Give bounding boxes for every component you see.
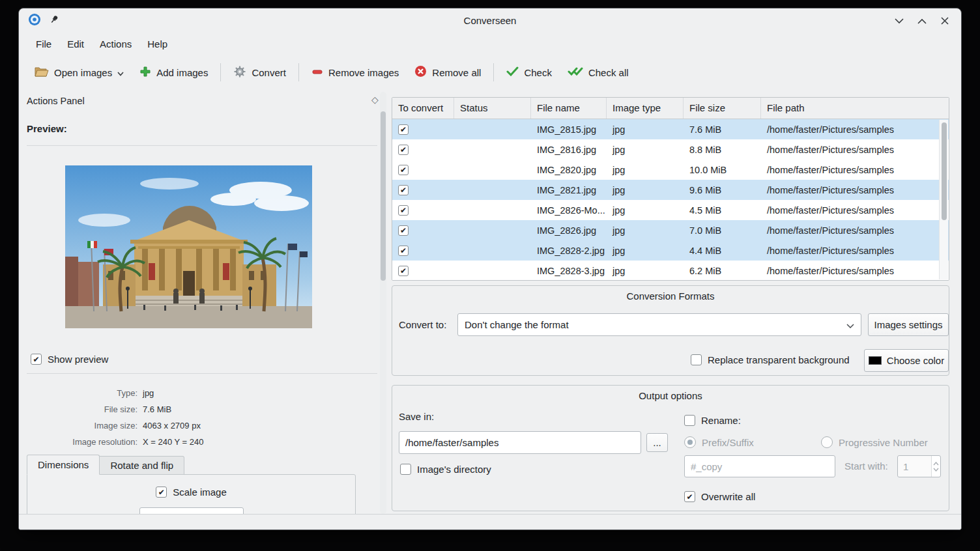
panel-scrollbar[interactable] <box>380 92 386 514</box>
progressive-number-radio[interactable]: Progressive Number <box>821 436 928 448</box>
checkbox-box[interactable] <box>400 464 411 475</box>
rename-checkbox[interactable]: Rename: <box>684 415 741 426</box>
scrollbar-thumb[interactable] <box>942 122 947 220</box>
scale-value-field[interactable] <box>139 507 244 514</box>
radio-button[interactable] <box>821 436 833 448</box>
dock-float-icon[interactable]: ◇ <box>371 94 379 105</box>
open-images-button[interactable]: Open images <box>27 61 132 85</box>
remove-all-label: Remove all <box>432 67 481 78</box>
prefix-suffix-radio[interactable]: Prefix/Suffix <box>684 436 754 448</box>
chevron-down-icon <box>933 468 939 472</box>
spinner-value[interactable] <box>898 456 931 477</box>
row-convert-checkbox[interactable]: ✔ <box>392 165 454 175</box>
row-convert-checkbox[interactable]: ✔ <box>392 145 454 155</box>
add-images-button[interactable]: Add images <box>132 61 216 85</box>
check-glyph-icon: ✔ <box>400 267 407 275</box>
column-header-status[interactable]: Status <box>454 98 531 119</box>
table-row[interactable]: ✔IMG_2821.jpgjpg9.6 MiB/home/faster/Pict… <box>392 180 949 200</box>
table-scrollbar[interactable] <box>939 120 948 279</box>
menu-actions[interactable]: Actions <box>92 33 139 55</box>
convert-checkbox[interactable]: ✔ <box>398 185 409 195</box>
checkbox-box[interactable] <box>684 415 695 426</box>
images-directory-checkbox[interactable]: Image's directory <box>400 464 491 475</box>
column-header-to-convert[interactable]: To convert <box>392 98 454 119</box>
start-with-spinner[interactable] <box>897 455 941 477</box>
actions-panel-header[interactable]: Actions Panel ◇ <box>22 92 388 111</box>
remove-images-button[interactable]: Remove images <box>304 61 407 85</box>
convert-checkbox[interactable]: ✔ <box>398 205 409 216</box>
start-with-label: Start with: <box>844 460 888 473</box>
checkbox-box[interactable] <box>691 354 702 365</box>
rename-label: Rename: <box>701 415 741 426</box>
maximize-icon[interactable] <box>916 15 928 27</box>
row-file-name: IMG_2820.jpg <box>531 165 607 175</box>
replace-transparent-checkbox[interactable]: Replace transparent background <box>691 354 850 365</box>
toolbar-separator <box>493 63 494 81</box>
file-table: To convert Status File name Image type F… <box>392 97 949 281</box>
convert-button[interactable]: Convert <box>225 60 294 85</box>
row-convert-checkbox[interactable]: ✔ <box>392 266 454 276</box>
rename-pattern-input[interactable] <box>684 455 835 477</box>
check-all-button[interactable]: Check all <box>560 61 637 83</box>
radio-button[interactable] <box>684 436 696 448</box>
convert-checkbox[interactable]: ✔ <box>398 145 409 155</box>
progressive-number-label: Progressive Number <box>839 437 928 448</box>
check-button[interactable]: Check <box>498 61 560 83</box>
convert-checkbox[interactable]: ✔ <box>398 266 409 276</box>
convert-checkbox[interactable]: ✔ <box>398 165 409 175</box>
tab-rotate-and-flip[interactable]: Rotate and flip <box>100 456 184 475</box>
scale-image-checkbox[interactable]: ✔ Scale image <box>27 487 355 498</box>
chosen-color-swatch <box>869 356 882 365</box>
row-file-size: 4.5 MiB <box>684 205 761 216</box>
table-row[interactable]: ✔IMG_2826.jpgjpg7.0 MiB/home/faster/Pict… <box>392 220 949 240</box>
convert-checkbox[interactable]: ✔ <box>398 225 409 236</box>
menu-edit[interactable]: Edit <box>59 33 92 55</box>
format-combobox[interactable]: Don't change the format <box>457 313 861 336</box>
open-images-label: Open images <box>54 67 112 78</box>
menu-file[interactable]: File <box>28 33 59 55</box>
show-preview-label: Show preview <box>48 354 108 365</box>
row-image-type: jpg <box>607 165 684 175</box>
column-header-file-path[interactable]: File path <box>761 98 949 119</box>
remove-images-label: Remove images <box>328 67 399 78</box>
spinner-arrows[interactable] <box>931 456 940 477</box>
minimize-icon[interactable] <box>893 15 905 27</box>
column-header-file-name[interactable]: File name <box>531 98 607 119</box>
show-preview-checkbox[interactable]: ✔ Show preview <box>31 354 108 365</box>
overwrite-all-checkbox[interactable]: ✔ Overwrite all <box>684 491 755 502</box>
row-file-name: IMG_2815.jpg <box>531 124 607 135</box>
toolbar: Open images Add images Convert <box>19 55 961 89</box>
checkbox-box[interactable]: ✔ <box>684 491 695 502</box>
images-settings-button[interactable]: Images settings <box>868 313 949 336</box>
checkbox-box[interactable]: ✔ <box>31 354 42 365</box>
browse-button[interactable]: ... <box>646 433 668 452</box>
row-convert-checkbox[interactable]: ✔ <box>392 246 454 256</box>
table-row[interactable]: ✔IMG_2828-3.jpgjpg6.2 MiB/home/faster/Pi… <box>392 261 949 281</box>
choose-color-button[interactable]: Choose color <box>864 349 949 372</box>
title-bar[interactable]: Converseen <box>19 8 961 33</box>
row-convert-checkbox[interactable]: ✔ <box>392 185 454 195</box>
row-file-name: IMG_2816.jpg <box>531 145 607 155</box>
row-file-size: 7.6 MiB <box>684 124 761 135</box>
column-header-file-size[interactable]: File size <box>684 98 761 119</box>
table-row[interactable]: ✔IMG_2816.jpgjpg8.8 MiB/home/faster/Pict… <box>392 139 949 160</box>
column-header-image-type[interactable]: Image type <box>607 98 684 119</box>
scrollbar-thumb[interactable] <box>381 111 386 281</box>
row-convert-checkbox[interactable]: ✔ <box>392 225 454 236</box>
row-file-name: IMG_2826.jpg <box>531 225 607 236</box>
menu-help[interactable]: Help <box>139 33 175 55</box>
checkbox-box[interactable]: ✔ <box>156 487 167 498</box>
remove-all-button[interactable]: Remove all <box>407 60 489 85</box>
tab-dimensions[interactable]: Dimensions <box>27 455 100 475</box>
convert-checkbox[interactable]: ✔ <box>398 124 409 135</box>
table-row[interactable]: ✔IMG_2820.jpgjpg10.0 MiB/home/faster/Pic… <box>392 160 949 180</box>
row-convert-checkbox[interactable]: ✔ <box>392 205 454 216</box>
table-row[interactable]: ✔IMG_2828-2.jpgjpg4.4 MiB/home/faster/Pi… <box>392 240 949 261</box>
table-row[interactable]: ✔IMG_2826-Mo...jpg4.5 MiB/home/faster/Pi… <box>392 200 949 220</box>
actions-panel-title: Actions Panel <box>27 92 85 110</box>
save-path-input[interactable] <box>399 431 641 454</box>
convert-checkbox[interactable]: ✔ <box>398 246 409 256</box>
close-icon[interactable] <box>939 15 951 27</box>
row-convert-checkbox[interactable]: ✔ <box>392 124 454 135</box>
table-row[interactable]: ✔IMG_2815.jpgjpg7.6 MiB/home/faster/Pict… <box>392 119 949 139</box>
